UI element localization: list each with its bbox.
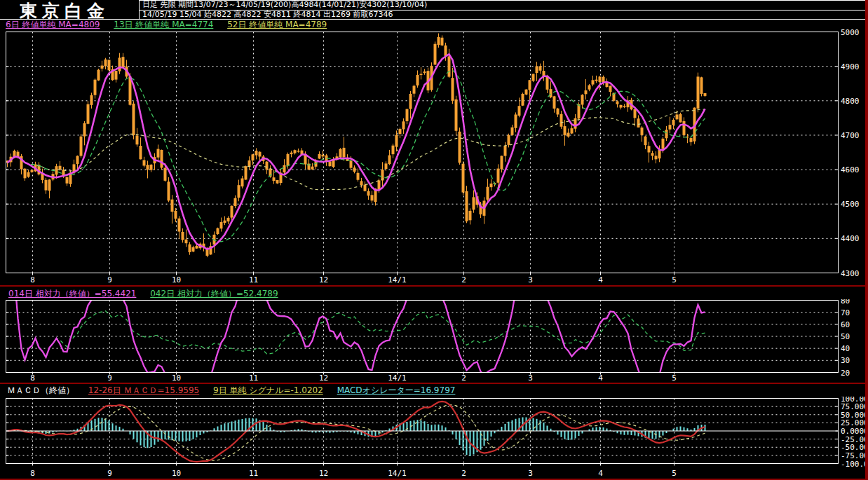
y-axis-label: 4600 (841, 165, 860, 174)
y-axis-label: 4900 (841, 62, 860, 71)
header-info: 日足 先限 期間13/07/23～14/05/19(200)高4984(14/0… (139, 0, 867, 20)
x-axis-month-label: 5 (672, 373, 677, 382)
y-axis-label: 4700 (841, 131, 860, 140)
y-axis-label: 4300 (841, 269, 860, 278)
x-axis-month-label: 3 (528, 373, 533, 382)
x-axis-month-label: 8 (30, 275, 35, 284)
rsi-legend: 014日 相対力（終値）=55.4421 042日 相対力（終値）=52.478… (8, 289, 290, 299)
y-axis-label: 4400 (841, 234, 860, 243)
panel-separator-2 (0, 383, 868, 384)
macd-chart[interactable]: 100.000075.000050.000025.00000.0000-25.0… (0, 397, 868, 480)
x-axis-month-label: 9 (107, 373, 112, 382)
macd-content (8, 402, 705, 462)
x-axis-month-label: 5 (672, 469, 677, 478)
x-axis-month-label: 11 (249, 373, 258, 382)
macd-legend-title: ＭＡＣＤ（終値） (7, 385, 74, 395)
ma6-legend-item: 6日 終値単純 MA=4809 (6, 20, 100, 29)
y-axis-label: 40 (841, 344, 850, 353)
x-axis-month-label: 2 (461, 469, 466, 478)
y-axis-label: 4800 (841, 97, 860, 106)
y-axis-label: 60 (841, 320, 850, 329)
y-axis-label: 70 (841, 308, 850, 317)
y-axis-label: 5000 (841, 29, 860, 37)
x-axis-month-label: 14/1 (388, 275, 407, 284)
x-axis-month-label: 8 (30, 469, 35, 478)
y-axis-label: 50 (841, 332, 850, 341)
ma52-legend-item: 52日 終値単純 MA=4789 (227, 20, 327, 29)
rsi-chart[interactable]: 807060504030208910111214/12345 (0, 299, 868, 382)
x-axis-month-label: 10 (172, 373, 181, 382)
x-axis-month-label: 12 (319, 275, 328, 284)
y-axis-label: -100.0000 (841, 460, 868, 469)
y-axis-label: 20 (841, 369, 850, 378)
rsi-lines (15, 299, 705, 382)
x-axis-month-label: 8 (30, 373, 35, 382)
macd-osc-legend-item: MACDオシレーター=16.9797 (337, 385, 456, 395)
price-candlestick-chart[interactable]: 5000490048004700460045004400430089101112… (0, 29, 868, 286)
x-axis-month-label: 3 (528, 469, 533, 478)
ma6-line (8, 54, 705, 249)
moving-averages (8, 54, 705, 249)
rsi14-line (15, 299, 705, 382)
header-line1: 日足 先限 期間13/07/23～14/05/19(200)高4984(14/0… (139, 0, 867, 10)
y-axis-label: 4500 (841, 200, 860, 209)
rsi42-legend-item: 042日 相対力（終値）=52.4789 (150, 289, 278, 299)
x-axis-month-label: 5 (672, 275, 677, 284)
macd-line-legend-item: 12-26日 ＭＡＣＤ=15.9595 (88, 385, 199, 395)
x-axis-month-label: 12 (319, 469, 328, 478)
rsi14-legend-item: 014日 相対力（終値）=55.4421 (8, 289, 136, 299)
x-axis-month-label: 3 (528, 275, 533, 284)
macd-legend: ＭＡＣＤ（終値） 12-26日 ＭＡＣＤ=15.9595 9日 単純 シグナル=… (7, 385, 466, 395)
x-axis-month-label: 10 (172, 469, 181, 478)
x-axis-month-label: 11 (249, 469, 258, 478)
y-axis-label: 80 (841, 299, 850, 306)
candles (6, 34, 707, 258)
x-axis-month-label: 11 (249, 275, 258, 284)
macd-signal-legend-item: 9日 単純 シグナル=-1.0202 (213, 385, 323, 395)
x-axis-month-label: 9 (107, 469, 112, 478)
x-axis-month-label: 12 (319, 373, 328, 382)
right-border (865, 0, 868, 480)
header-line2: 14/05/19 15/04 始4822 高4822 安4811 終4814 出… (139, 10, 867, 20)
x-axis-month-label: 4 (598, 469, 603, 478)
x-axis-month-label: 4 (598, 373, 603, 382)
x-axis-month-label: 14/1 (388, 373, 407, 382)
y-axis-label: 30 (841, 356, 850, 365)
rsi42-line (15, 299, 705, 360)
x-axis-month-label: 2 (461, 373, 466, 382)
panel-separator-1 (0, 285, 868, 287)
x-axis-month-label: 9 (107, 275, 112, 284)
ma-legend: 6日 終値単純 MA=4809 13日 終値単純 MA=4774 52日 終値単… (6, 20, 338, 29)
plot-border (6, 32, 839, 273)
x-axis-month-label: 4 (598, 275, 603, 284)
macd-line (8, 402, 705, 462)
x-axis-month-label: 2 (461, 275, 466, 284)
ma13-legend-item: 13日 終値単純 MA=4774 (114, 20, 213, 29)
x-axis-month-label: 14/1 (388, 469, 407, 478)
x-axis-month-label: 10 (172, 275, 181, 284)
